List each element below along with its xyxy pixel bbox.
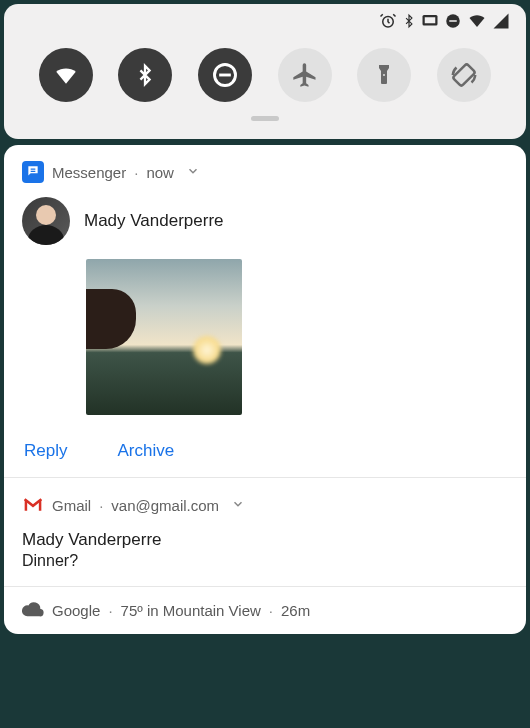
cast-icon	[421, 12, 439, 34]
reply-button[interactable]: Reply	[24, 441, 67, 461]
wifi-status-icon	[467, 12, 487, 34]
app-name: Messenger	[52, 164, 126, 181]
dnd-toggle[interactable]	[198, 48, 252, 102]
messenger-notification[interactable]: Messenger · now Mady Vanderperre Reply A…	[4, 145, 526, 477]
email-subject: Dinner?	[22, 552, 508, 570]
email-sender: Mady Vanderperre	[22, 530, 508, 550]
messenger-app-icon	[22, 161, 44, 183]
notification-header: Gmail · van@gmail.com	[22, 494, 508, 516]
svg-rect-4	[449, 20, 457, 22]
notification-time: 26m	[281, 602, 310, 619]
separator-dot: ·	[99, 497, 103, 514]
expand-chevron-icon[interactable]	[231, 497, 245, 514]
autorotate-toggle[interactable]	[437, 48, 491, 102]
gmail-app-icon	[22, 494, 44, 516]
bluetooth-status-icon	[402, 12, 416, 34]
svg-rect-2	[425, 17, 436, 23]
notification-time: now	[146, 164, 174, 181]
gmail-notification[interactable]: Gmail · van@gmail.com Mady Vanderperre D…	[4, 478, 526, 586]
quick-settings-panel	[4, 4, 526, 139]
panel-drag-handle[interactable]	[251, 116, 279, 121]
weather-text: 75º in Mountain View	[121, 602, 261, 619]
flashlight-toggle[interactable]	[357, 48, 411, 102]
gmail-account: van@gmail.com	[111, 497, 219, 514]
notifications-panel: Messenger · now Mady Vanderperre Reply A…	[4, 145, 526, 634]
separator-dot: ·	[269, 602, 273, 619]
sender-avatar	[22, 197, 70, 245]
notification-header: Messenger · now	[22, 161, 508, 183]
notification-actions: Reply Archive	[22, 441, 508, 461]
sender-name: Mady Vanderperre	[84, 211, 224, 231]
google-notification[interactable]: Google · 75º in Mountain View · 26m	[4, 587, 526, 634]
cloud-icon	[22, 601, 44, 620]
separator-dot: ·	[108, 602, 112, 619]
expand-chevron-icon[interactable]	[186, 164, 200, 181]
app-name: Google	[52, 602, 100, 619]
dnd-status-icon	[444, 12, 462, 34]
separator-dot: ·	[134, 164, 138, 181]
signal-status-icon	[492, 12, 510, 34]
status-bar	[20, 12, 510, 34]
airplane-toggle[interactable]	[278, 48, 332, 102]
bluetooth-toggle[interactable]	[118, 48, 172, 102]
alarm-icon	[379, 12, 397, 34]
image-attachment[interactable]	[86, 259, 242, 415]
sender-row: Mady Vanderperre	[22, 197, 508, 245]
wifi-toggle[interactable]	[39, 48, 93, 102]
notification-header: Google · 75º in Mountain View · 26m	[22, 601, 508, 620]
quick-settings-row	[20, 44, 510, 106]
archive-button[interactable]: Archive	[117, 441, 174, 461]
app-name: Gmail	[52, 497, 91, 514]
